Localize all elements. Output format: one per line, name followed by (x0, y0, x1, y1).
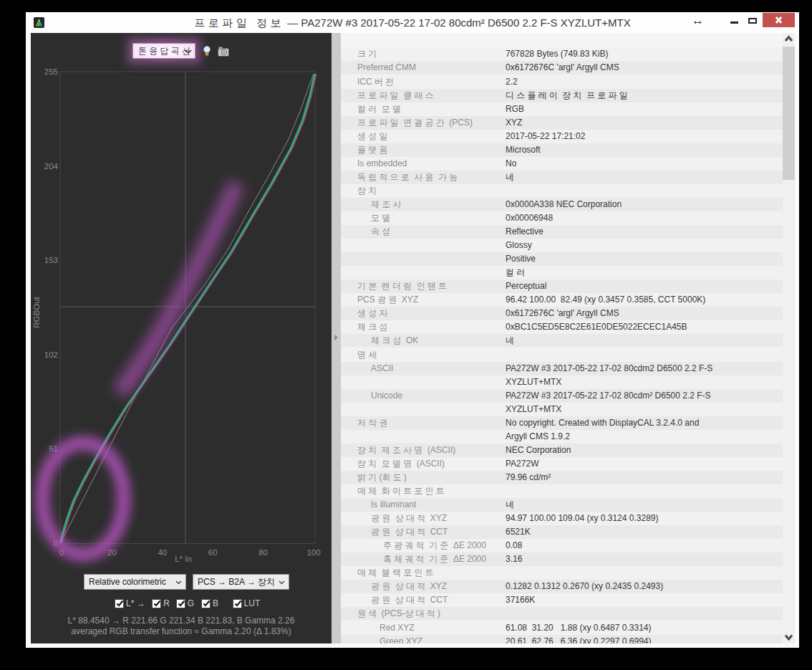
svg-text:60: 60 (208, 548, 218, 557)
svg-text:RGBOut: RGBOut (32, 296, 41, 327)
svg-text:40: 40 (158, 548, 167, 557)
svg-text:100: 100 (306, 548, 320, 557)
svg-text:204: 204 (44, 162, 59, 171)
svg-text:255: 255 (44, 67, 58, 76)
svg-text:L* In: L* In (175, 555, 192, 563)
svg-text:153: 153 (44, 256, 58, 264)
svg-text:102: 102 (44, 350, 58, 359)
svg-text:80: 80 (258, 548, 268, 557)
